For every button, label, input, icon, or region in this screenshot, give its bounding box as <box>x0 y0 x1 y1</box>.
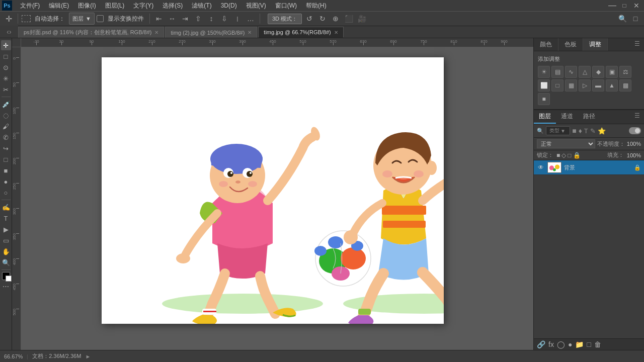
align-center-h-icon[interactable]: ↔ <box>167 13 178 24</box>
gradient-tool[interactable]: ■ <box>1 165 11 175</box>
align-right-icon[interactable]: ⇥ <box>180 13 191 24</box>
opacity-value[interactable]: 100% <box>627 141 641 147</box>
text-tool[interactable]: T <box>1 213 11 223</box>
layer-mask-icon[interactable]: ◯ <box>557 340 565 348</box>
foreground-color[interactable] <box>2 272 10 280</box>
more-tools[interactable]: ⋯ <box>1 281 11 291</box>
tab-color[interactable]: 颜色 <box>534 38 558 51</box>
more-options-icon[interactable]: … <box>245 13 256 24</box>
search-icon[interactable]: 🔍 <box>617 13 628 24</box>
menu-select[interactable]: 选择(S) <box>158 1 187 11</box>
3d-camera-icon[interactable]: 🎥 <box>356 13 367 24</box>
pen-tool[interactable]: ✍ <box>1 202 11 212</box>
history-brush-tool[interactable]: ↪ <box>1 143 11 153</box>
levels-adj-icon[interactable]: ▤ <box>551 66 564 78</box>
invert-adj-icon[interactable]: ▷ <box>579 79 591 92</box>
hsl-adj-icon[interactable]: ▣ <box>606 66 618 78</box>
status-arrow[interactable]: ► <box>85 353 91 359</box>
brightness-adj-icon[interactable]: ☀ <box>538 66 550 78</box>
menu-text[interactable]: 文字(Y) <box>129 1 157 11</box>
layer-filter-icon3[interactable]: T <box>584 127 588 135</box>
move-tool-icon[interactable]: ✛ <box>3 13 14 24</box>
align-top-icon[interactable]: ⇧ <box>193 13 204 24</box>
menu-help[interactable]: 帮助(H) <box>302 1 331 11</box>
spot-heal-tool[interactable]: ◌ <box>1 110 11 120</box>
selective-adj-icon[interactable]: ■ <box>538 93 550 105</box>
tab-timg2[interactable]: timg (2).jpg @ 150%(RGB/8#) ✕ <box>165 27 257 38</box>
menu-image[interactable]: 图像(I) <box>74 1 100 11</box>
hand-tool[interactable]: ✋ <box>1 246 11 256</box>
close-icon[interactable]: ✕ <box>631 0 642 11</box>
tab-swatches[interactable]: 色板 <box>558 38 583 51</box>
tab-adjustments[interactable]: 调整 <box>583 38 608 51</box>
lasso-tool[interactable]: ⊙ <box>1 62 11 72</box>
layer-visibility-toggle[interactable]: 👁 <box>537 163 545 171</box>
stamp-tool[interactable]: ✆ <box>1 132 11 142</box>
lock-artboard-icon[interactable]: □ <box>568 152 571 159</box>
blend-mode-select[interactable]: 正常 <box>537 139 595 148</box>
layer-filter-icon4[interactable]: ✎ <box>590 127 596 135</box>
tab-close-2[interactable]: ✕ <box>334 30 338 35</box>
checkbox-icon[interactable] <box>97 15 104 22</box>
blur-tool[interactable]: ● <box>1 176 11 187</box>
3d-mode-button[interactable]: 3D 模式： <box>268 14 302 24</box>
3d-move-icon[interactable]: ⬛ <box>343 13 354 24</box>
path-select-tool[interactable]: ▶ <box>1 224 11 234</box>
photo-filter-adj-icon[interactable]: □ <box>551 79 564 92</box>
eraser-tool[interactable]: □ <box>1 154 11 164</box>
minimize-icon[interactable]: — <box>607 0 618 11</box>
posterize-adj-icon[interactable]: ▬ <box>592 79 604 92</box>
align-bottom-icon[interactable]: ⇩ <box>219 13 230 24</box>
lock-pixels-icon[interactable]: ■ <box>556 152 560 159</box>
tab-close-1[interactable]: ✕ <box>248 30 252 35</box>
marquee-tool[interactable]: □ <box>1 51 11 61</box>
tab-close-0[interactable]: ✕ <box>154 30 158 35</box>
tab-channels[interactable]: 通道 <box>556 110 578 124</box>
curves-adj-icon[interactable]: ∿ <box>565 66 577 78</box>
layer-adjustment-icon[interactable]: ● <box>568 340 572 348</box>
layer-new-icon[interactable]: □ <box>587 340 591 348</box>
fill-value[interactable]: 100% <box>627 152 641 158</box>
menu-file[interactable]: 文件(F) <box>16 1 44 11</box>
eyedropper-tool[interactable]: 💉 <box>1 99 11 109</box>
settings-icon[interactable]: □ <box>630 13 641 24</box>
layer-search-box[interactable]: 类型 ▼ <box>546 126 570 135</box>
layer-effects-icon[interactable]: fx <box>548 340 554 348</box>
brush-tool[interactable]: 🖌 <box>1 121 11 131</box>
crop-tool[interactable]: ✂ <box>1 84 11 95</box>
tab-paths[interactable]: 路径 <box>578 110 600 124</box>
tab-ps-cover[interactable]: ps封面.psd @ 116% (内容：创意粉笔笔画, RGB/8#) ✕ <box>18 27 164 38</box>
align-left-icon[interactable]: ⇤ <box>153 13 165 24</box>
layer-filter-toggle[interactable] <box>629 127 641 134</box>
3d-reset-icon[interactable]: ↻ <box>317 13 328 24</box>
collapse-panels-icon[interactable]: ‹› <box>7 28 11 36</box>
layers-menu-icon[interactable]: ☰ <box>630 110 644 124</box>
channel-mixer-adj-icon[interactable]: ▦ <box>565 79 577 92</box>
menu-filter[interactable]: 滤镜(T) <box>188 1 215 11</box>
layer-item-background[interactable]: 👁 背景 🔒 <box>534 160 644 175</box>
balance-adj-icon[interactable]: ⚖ <box>619 66 631 78</box>
3d-pan-icon[interactable]: ⊕ <box>330 13 341 24</box>
threshold-adj-icon[interactable]: ▲ <box>606 79 618 92</box>
layer-select-btn[interactable]: 图层 ▼ <box>69 13 95 25</box>
layer-link-icon[interactable]: 🔗 <box>537 340 545 348</box>
layer-folder-icon[interactable]: 📁 <box>575 340 584 348</box>
align-center-v-icon[interactable]: ↕ <box>206 13 217 24</box>
menu-window[interactable]: 窗口(W) <box>271 1 301 11</box>
gradient-map-adj-icon[interactable]: ▩ <box>619 79 631 92</box>
menu-view[interactable]: 视图(V) <box>242 1 270 11</box>
tab-timg-active[interactable]: timg.jpg @ 66.7%(RGB/8#) ✕ <box>258 27 343 38</box>
dodge-tool[interactable]: ○ <box>1 188 11 198</box>
shape-tool[interactable]: ▭ <box>1 235 11 245</box>
bw-adj-icon[interactable]: ⬜ <box>538 79 550 92</box>
layer-delete-icon[interactable]: 🗑 <box>594 340 601 348</box>
menu-edit[interactable]: 编辑(E) <box>45 1 73 11</box>
rect-select-icon[interactable] <box>22 15 31 22</box>
layer-filter-icon5[interactable]: ⭐ <box>598 127 606 135</box>
menu-layer[interactable]: 图层(L) <box>101 1 129 11</box>
lock-pos-icon[interactable]: ◇ <box>561 152 566 159</box>
panel-menu-icon[interactable]: ☰ <box>630 38 644 51</box>
maximize-icon[interactable]: □ <box>619 0 630 11</box>
exposure-adj-icon[interactable]: △ <box>579 66 591 78</box>
quick-select-tool[interactable]: ✳ <box>1 73 11 83</box>
